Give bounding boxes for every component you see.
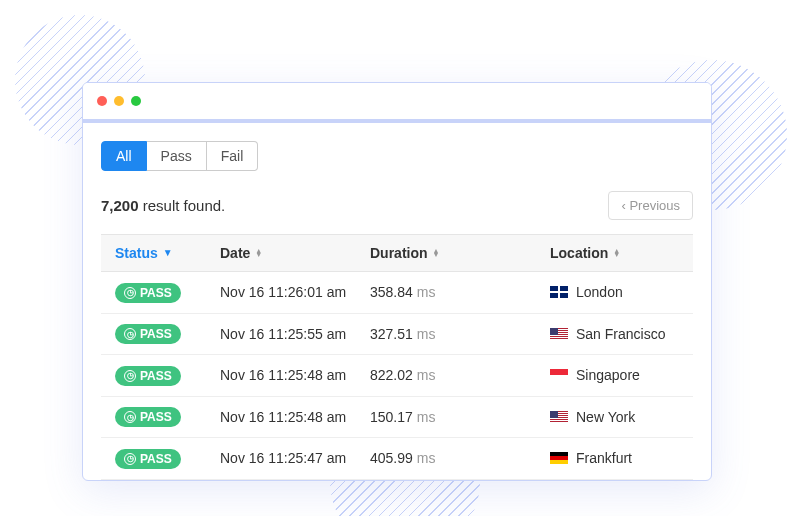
content-area: All Pass Fail 7,200 result found. ‹ Prev… <box>83 123 711 480</box>
location-cell: Frankfurt <box>550 450 679 466</box>
status-text: PASS <box>140 410 172 424</box>
table-body: ◷PASSNov 16 11:26:01 am358.84 msLondon◷P… <box>101 272 693 480</box>
status-text: PASS <box>140 452 172 466</box>
date-cell: Nov 16 11:25:47 am <box>220 450 370 466</box>
date-cell: Nov 16 11:25:55 am <box>220 326 370 342</box>
table-row[interactable]: ◷PASSNov 16 11:25:55 am327.51 msSan Fran… <box>101 314 693 356</box>
flag-icon <box>550 411 568 423</box>
location-text: San Francisco <box>576 326 665 342</box>
filter-tabs: All Pass Fail <box>101 141 693 171</box>
flag-icon <box>550 452 568 464</box>
table-row[interactable]: ◷PASSNov 16 11:26:01 am358.84 msLondon <box>101 272 693 314</box>
table-header: Status ▼ Date ▲▼ Duration ▲▼ Location ▲▼ <box>101 234 693 272</box>
date-cell: Nov 16 11:25:48 am <box>220 409 370 425</box>
duration-unit: ms <box>417 367 436 383</box>
duration-unit: ms <box>417 326 436 342</box>
tab-all[interactable]: All <box>101 141 147 171</box>
status-badge: ◷PASS <box>115 449 181 469</box>
sort-icon: ▲▼ <box>613 249 620 257</box>
location-cell: San Francisco <box>550 326 679 342</box>
status-text: PASS <box>140 327 172 341</box>
table-row[interactable]: ◷PASSNov 16 11:25:48 am150.17 msNew York <box>101 397 693 439</box>
table-row[interactable]: ◷PASSNov 16 11:25:48 am822.02 msSingapor… <box>101 355 693 397</box>
window-minimize-icon[interactable] <box>114 96 124 106</box>
date-cell: Nov 16 11:26:01 am <box>220 284 370 300</box>
clock-icon: ◷ <box>124 287 136 299</box>
status-badge: ◷PASS <box>115 283 181 303</box>
column-date-label: Date <box>220 245 250 261</box>
clock-icon: ◷ <box>124 328 136 340</box>
column-date[interactable]: Date ▲▼ <box>220 245 370 261</box>
status-badge: ◷PASS <box>115 324 181 344</box>
clock-icon: ◷ <box>124 370 136 382</box>
duration-cell: 327.51 ms <box>370 326 550 342</box>
previous-button[interactable]: ‹ Previous <box>608 191 693 220</box>
column-status-label: Status <box>115 245 158 261</box>
flag-icon <box>550 328 568 340</box>
results-table: Status ▼ Date ▲▼ Duration ▲▼ Location ▲▼… <box>101 234 693 480</box>
column-location-label: Location <box>550 245 608 261</box>
column-duration-label: Duration <box>370 245 428 261</box>
results-header: 7,200 result found. ‹ Previous <box>101 191 693 220</box>
location-text: Frankfurt <box>576 450 632 466</box>
date-cell: Nov 16 11:25:48 am <box>220 367 370 383</box>
sort-icon: ▲▼ <box>255 249 262 257</box>
window-maximize-icon[interactable] <box>131 96 141 106</box>
column-location[interactable]: Location ▲▼ <box>550 245 679 261</box>
location-cell: New York <box>550 409 679 425</box>
duration-unit: ms <box>417 284 436 300</box>
duration-unit: ms <box>417 409 436 425</box>
duration-cell: 150.17 ms <box>370 409 550 425</box>
location-text: London <box>576 284 623 300</box>
column-duration[interactable]: Duration ▲▼ <box>370 245 550 261</box>
status-text: PASS <box>140 286 172 300</box>
flag-icon <box>550 369 568 381</box>
location-text: Singapore <box>576 367 640 383</box>
clock-icon: ◷ <box>124 411 136 423</box>
location-cell: London <box>550 284 679 300</box>
tab-fail[interactable]: Fail <box>207 141 259 171</box>
window-close-icon[interactable] <box>97 96 107 106</box>
duration-cell: 358.84 ms <box>370 284 550 300</box>
duration-cell: 822.02 ms <box>370 367 550 383</box>
result-count-suffix: result found. <box>139 197 226 214</box>
table-row[interactable]: ◷PASSNov 16 11:25:47 am405.99 msFrankfur… <box>101 438 693 480</box>
status-cell: ◷PASS <box>115 407 220 428</box>
tab-pass[interactable]: Pass <box>147 141 207 171</box>
location-text: New York <box>576 409 635 425</box>
app-window: All Pass Fail 7,200 result found. ‹ Prev… <box>82 82 712 481</box>
duration-unit: ms <box>417 450 436 466</box>
window-titlebar <box>83 83 711 123</box>
duration-cell: 405.99 ms <box>370 450 550 466</box>
flag-icon <box>550 286 568 298</box>
result-count-number: 7,200 <box>101 197 139 214</box>
status-cell: ◷PASS <box>115 282 220 303</box>
status-badge: ◷PASS <box>115 366 181 386</box>
status-text: PASS <box>140 369 172 383</box>
result-count-text: 7,200 result found. <box>101 197 225 214</box>
clock-icon: ◷ <box>124 453 136 465</box>
status-cell: ◷PASS <box>115 365 220 386</box>
status-badge: ◷PASS <box>115 407 181 427</box>
sort-down-icon: ▼ <box>163 248 173 258</box>
sort-icon: ▲▼ <box>433 249 440 257</box>
location-cell: Singapore <box>550 367 679 383</box>
status-cell: ◷PASS <box>115 448 220 469</box>
status-cell: ◷PASS <box>115 324 220 345</box>
column-status[interactable]: Status ▼ <box>115 245 220 261</box>
